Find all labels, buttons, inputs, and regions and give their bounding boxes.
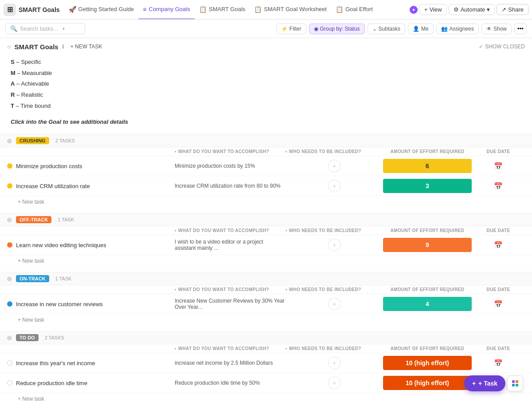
group-by-status-button[interactable]: ◉ Group by: Status <box>309 24 365 34</box>
automate-button[interactable]: ⚙ Automate ▾ <box>449 4 495 15</box>
add-assignee-button[interactable]: + <box>328 298 340 310</box>
tab-goal-effort[interactable]: 📋 Goal Effort <box>331 0 377 20</box>
add-person-icon: + <box>332 162 336 169</box>
add-person-icon: + <box>332 300 336 307</box>
task-name-cell: Reduce production idle time <box>7 380 175 386</box>
filter-button[interactable]: ⚡ Filter <box>276 24 306 34</box>
more-options-button[interactable]: ••• <box>514 23 527 34</box>
due-date-cell[interactable]: 📅 <box>472 300 525 308</box>
add-assignee-button[interactable]: + <box>328 239 340 251</box>
letter-a: A <box>11 80 15 87</box>
table-row[interactable]: Increase this year's net income increase… <box>0 353 532 373</box>
company-goals-icon: ≡ <box>143 6 146 13</box>
add-task-row[interactable]: + New task <box>0 314 532 327</box>
due-date-cell[interactable]: 📅 <box>472 241 525 249</box>
more-icon: ••• <box>517 25 524 32</box>
group-header-crushing: ◎ CRUSHING 2 TASKS <box>0 134 532 147</box>
grid-view-button[interactable] <box>507 375 523 391</box>
table-row[interactable]: Learn new video editing techniques I wis… <box>0 235 532 255</box>
add-person-icon: + <box>332 241 336 248</box>
subtasks-button[interactable]: ⌄ Subtasks <box>368 24 405 34</box>
calendar-icon: 📅 <box>494 300 503 308</box>
group-header-to-do: ◎ TO DO 2 TASKS <box>0 331 532 344</box>
share-button[interactable]: ↗ Share <box>497 4 528 15</box>
col-due: DUE DATE <box>472 228 525 233</box>
view-button[interactable]: + View <box>419 4 447 15</box>
task-status-dot <box>7 301 12 307</box>
app-logo: ⊞ SMART Goals <box>4 4 60 16</box>
main-content: ○ SMART Goals ℹ + NEW TASK ✓ SHOW CLOSED… <box>0 38 532 402</box>
groups-container: ◎ CRUSHING 2 TASKS ▪ WHAT DO YOU WANT TO… <box>0 134 532 402</box>
effort-cell: 10 (high effort) <box>383 376 472 390</box>
group-badge-to-do: TO DO <box>16 334 39 341</box>
task-who: + <box>286 357 383 369</box>
effort-bar: 6 <box>383 159 472 173</box>
group-collapse-crushing[interactable]: ◎ <box>7 138 12 144</box>
task-who: + <box>286 160 383 172</box>
toolbar-right: ⚡ Filter ◉ Group by: Status ⌄ Subtasks 👤… <box>276 23 527 34</box>
task-name: Learn new video editing techniques <box>16 242 106 248</box>
show-closed-button[interactable]: ✓ SHOW CLOSED <box>479 43 525 50</box>
group-to-do: ◎ TO DO 2 TASKS ▪ WHAT DO YOU WANT TO AC… <box>0 331 532 402</box>
accomplish-icon: ▪ <box>175 346 176 351</box>
add-assignee-button[interactable]: + <box>328 180 340 192</box>
show-button[interactable]: 👁 Show <box>481 24 512 34</box>
task-accomplish: increase net income by 2.5 Million Dolla… <box>175 360 286 366</box>
group-collapse-off-track[interactable]: ◎ <box>7 217 12 223</box>
section-info-icon[interactable]: ℹ <box>62 43 64 50</box>
me-button[interactable]: 👤 Me <box>408 24 434 34</box>
add-task-row[interactable]: + New task <box>0 255 532 268</box>
section-collapse-button[interactable]: ○ <box>7 43 11 50</box>
tab-smart-goals[interactable]: 📋 SMART Goals <box>195 0 250 20</box>
letter-t: T <box>11 102 14 109</box>
col-effort: AMOUNT OF EFFORT REQUIRED <box>383 228 472 233</box>
tab-smart-goal-worksheet[interactable]: 📋 SMART Goal Worksheet <box>250 0 331 20</box>
table-row[interactable]: Increase in new customer reviews Increas… <box>0 294 532 314</box>
task-name-cell: Learn new video editing techniques <box>7 242 175 248</box>
col-due: DUE DATE <box>472 287 525 292</box>
add-assignee-button[interactable]: + <box>328 377 340 389</box>
group-collapse-on-track[interactable]: ◎ <box>7 276 12 282</box>
task-name-cell: Minimize production costs <box>7 163 175 169</box>
app-title: SMART Goals <box>19 6 60 13</box>
search-caret-icon: ▾ <box>63 26 65 31</box>
due-date-cell[interactable]: 📅 <box>472 182 525 190</box>
col-task <box>7 346 175 351</box>
worksheet-icon: 📋 <box>254 6 262 13</box>
effort-cell: 9 <box>383 238 472 252</box>
col-task <box>7 149 175 154</box>
add-assignee-button[interactable]: + <box>328 160 340 172</box>
top-navigation: ⊞ SMART Goals 🚀 Getting Started Guide ≡ … <box>0 0 532 20</box>
task-accomplish: Increase CRM utilization rate from 80 to… <box>175 183 286 189</box>
task-status-dot <box>7 163 12 169</box>
section-title: SMART Goals <box>14 43 58 51</box>
smart-s-row: S – Specific <box>11 57 521 68</box>
due-date-cell[interactable]: 📅 <box>472 162 525 170</box>
app-logo-icon: ⊞ <box>4 4 16 16</box>
add-assignee-button[interactable]: + <box>328 357 340 369</box>
group-off-track: ◎ OFF-TRACK 1 TASK ▪ WHAT DO YOU WANT TO… <box>0 213 532 268</box>
table-row[interactable]: Reduce production idle time Reduce produ… <box>0 373 532 393</box>
getting-started-icon: 🚀 <box>69 6 76 13</box>
smart-m-row: M – Measurable <box>11 68 521 79</box>
add-task-row[interactable]: + New task <box>0 393 532 402</box>
tab-company-goals[interactable]: ≡ Company Goals <box>138 0 194 20</box>
group-collapse-to-do[interactable]: ◎ <box>7 335 12 341</box>
col-effort: AMOUNT OF EFFORT REQUIRED <box>383 346 472 351</box>
due-date-cell[interactable]: 📅 <box>472 359 525 367</box>
tab-getting-started[interactable]: 🚀 Getting Started Guide <box>64 0 139 20</box>
col-effort: AMOUNT OF EFFORT REQUIRED <box>383 149 472 154</box>
table-row[interactable]: Minimize production costs Minimize produ… <box>0 156 532 176</box>
new-task-button[interactable]: + NEW TASK <box>68 43 105 51</box>
group-task-count-off-track: 1 TASK <box>58 217 74 222</box>
accomplish-icon: ▪ <box>175 149 176 154</box>
add-task-fab[interactable]: + + Task <box>464 375 505 391</box>
search-icon: 🔍 <box>10 25 17 32</box>
calendar-icon: 📅 <box>494 359 503 367</box>
search-box[interactable]: 🔍 Search tasks... ▾ <box>5 23 85 34</box>
table-row[interactable]: Increase CRM utilization rate Increase C… <box>0 176 532 196</box>
assignees-button[interactable]: 👥 Assignees <box>436 24 479 34</box>
notification-badge[interactable]: ● <box>410 6 418 14</box>
add-task-row[interactable]: + New task <box>0 196 532 209</box>
task-accomplish: Reduce production idle time by 50% <box>175 380 286 386</box>
